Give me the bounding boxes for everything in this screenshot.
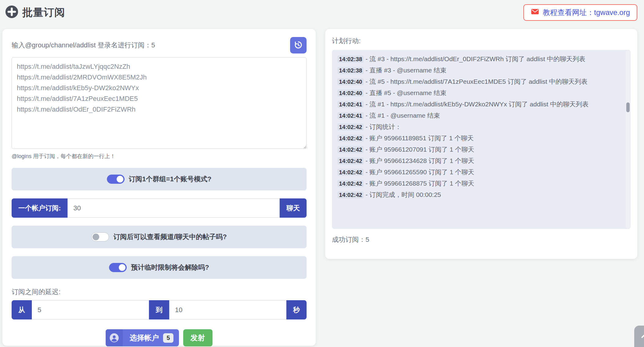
log-timestamp: 14:02:41 [337,112,364,119]
per-account-input-group: 一个帐户订阅: 聊天 [12,198,307,218]
page-title: 批量订阅 [22,6,65,20]
log-line: 14:02:42 - 账户 959661265590 订阅了 1 个聊天 [337,167,621,178]
log-timestamp: 14:02:40 [337,90,364,97]
delay-to-label: 到 [149,300,169,319]
log-line: 14:02:42 - 订阅统计： [337,121,621,133]
delay-from-label: 从 [12,300,32,319]
toggle-knob [117,176,123,183]
log-timestamp: 14:02:42 [337,124,364,131]
history-icon [294,40,303,50]
delay-to-input[interactable] [169,300,286,319]
log-list: 14:02:38 - 流 #3 - https://t.me/addlist/O… [337,54,621,201]
topbar: 批量订阅 教程查看网址：tgwave.org [0,0,644,28]
user-icon [106,329,123,346]
toggle-row-view-posts: 订阅后可以查看频道/聊天中的帖子吗? [12,226,307,248]
selected-accounts-badge: 5 [163,333,173,343]
log-line: 14:02:42 - 账户 959661207091 订阅了 1 个聊天 [337,144,621,155]
arrow-up-icon [640,330,644,343]
history-button[interactable] [290,37,307,54]
delay-unit-label: 秒 [286,300,307,319]
toggle-row-limit-lift: 预计临时限制将会解除吗? [12,256,307,279]
log-timestamp: 14:02:41 [337,101,364,108]
limit-lift-toggle-label: 预计临时限制将会解除吗? [131,263,209,272]
launch-button[interactable]: 发射 [183,329,213,346]
per-account-label: 一个帐户订阅: [12,198,67,218]
log-timestamp: 14:02:42 [337,146,364,153]
log-timestamp: 14:02:42 [337,135,364,142]
log-line: 14:02:42 - 账户 959661234628 订阅了 1 个聊天 [337,155,621,167]
toggle-row-group-mode: 订阅1个群组=1个账号模式? [12,168,307,190]
view-posts-toggle-label: 订阅后可以查看频道/聊天中的帖子吗? [113,232,227,242]
log-scrollbar[interactable] [626,50,630,228]
delay-from-input[interactable] [32,300,149,319]
toggle-knob [93,234,99,240]
log-line: 14:02:42 - 账户 959661268875 订阅了 1 个聊天 [337,178,621,189]
log-line: 14:02:41 - 流 #1 - @username 结束 [337,110,621,121]
logins-textarea[interactable]: https://t.me/addlist/taJzwLYjqqc2NzZh ht… [12,57,307,149]
log-timestamp: 14:02:38 [337,67,364,74]
planned-actions-card: 计划行动: 14:02:38 - 流 #3 - https://t.me/add… [325,29,637,259]
per-account-unit-button[interactable]: 聊天 [280,198,307,218]
per-account-input[interactable] [67,198,280,218]
log-line: 14:02:42 - 账户 959661189851 订阅了 1 个聊天 [337,133,621,144]
log-line: 14:02:42 - 订阅完成，时间 00:00:25 [337,189,621,201]
form-actions: 选择帐户 5 发射 [12,329,307,346]
log-timestamp: 14:02:40 [337,78,364,85]
delay-input-group: 从 到 秒 [12,300,307,319]
log-line: 14:02:38 - 流 #3 - https://t.me/addlist/O… [337,54,621,65]
logins-label-row: 输入@group/channel/addlist 登录名进行订阅：5 [12,37,307,54]
tutorial-link-button[interactable]: 教程查看网址：tgwave.org [523,4,637,21]
view-posts-toggle[interactable] [91,232,109,242]
plus-circle-icon [5,5,19,20]
limit-lift-toggle[interactable] [109,263,127,272]
log-scrollbar-thumb[interactable] [626,102,630,112]
log-timestamp: 14:02:42 [337,157,364,164]
success-count: 成功订阅：5 [332,235,631,244]
log-line: 14:02:40 - 流 #5 - https://t.me/addlist/7… [337,76,621,87]
select-accounts-label: 选择帐户 [123,333,163,343]
envelope-icon [531,7,539,18]
delay-label: 订阅之间的延迟: [12,287,307,297]
subscribe-form-card: 输入@group/channel/addlist 登录名进行订阅：5 https… [2,29,316,346]
log-box[interactable]: 14:02:38 - 流 #3 - https://t.me/addlist/O… [332,50,631,229]
scroll-top-button[interactable] [634,326,644,347]
logins-hint: @logins 用于订阅，每个都在新的一行上！ [12,153,307,160]
select-accounts-button[interactable]: 选择帐户 5 [106,329,179,346]
log-line: 14:02:40 - 直播 #5 - @username 结束 [337,87,621,99]
group-mode-toggle[interactable] [107,175,125,184]
log-line: 14:02:38 - 直播 #3 - @username 结束 [337,65,621,76]
log-timestamp: 14:02:42 [337,180,364,187]
log-timestamp: 14:02:42 [337,169,364,176]
tutorial-link-label: 教程查看网址：tgwave.org [543,8,630,17]
log-timestamp: 14:02:38 [337,56,364,63]
logins-input-label: 输入@group/channel/addlist 登录名进行订阅：5 [12,41,155,50]
log-line: 14:02:41 - 流 #1 - https://t.me/addlist/k… [337,99,621,110]
log-timestamp: 14:02:42 [337,191,364,198]
group-mode-toggle-label: 订阅1个群组=1个账号模式? [129,175,212,184]
toggle-knob [119,264,126,271]
planned-actions-title: 计划行动: [332,36,631,46]
page-title-block: 批量订阅 [5,5,65,20]
